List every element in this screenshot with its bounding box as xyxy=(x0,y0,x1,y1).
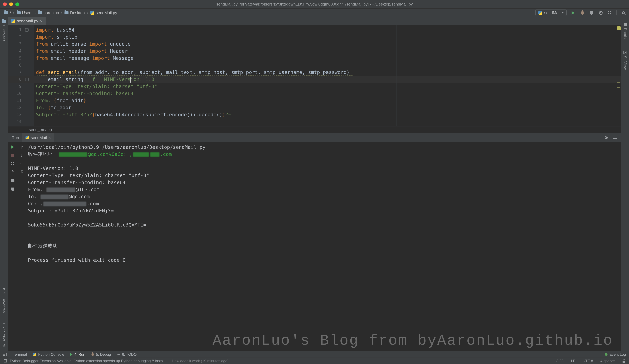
gutter-cell[interactable]: 6 xyxy=(8,62,34,69)
breadcrumb-item[interactable]: Users xyxy=(15,10,34,16)
file-encoding[interactable]: UTF-8 xyxy=(583,359,593,363)
code-line[interactable]: 4from email.header import Header xyxy=(8,48,621,55)
gutter-cell[interactable]: 2 xyxy=(8,33,34,40)
code-line[interactable]: 6 xyxy=(8,62,621,69)
breadcrumb-label: aaronluo xyxy=(43,10,59,15)
line-separator[interactable]: LF xyxy=(571,359,575,363)
run-configuration-selector[interactable]: sendMail ▾ xyxy=(535,9,567,16)
code-line[interactable]: 14 xyxy=(8,118,621,125)
coverage-button[interactable] xyxy=(589,10,594,15)
code-line[interactable]: 12To: {to_addr} xyxy=(8,104,621,111)
grid-dots-icon xyxy=(609,11,609,12)
indent-setting[interactable]: 4 spaces xyxy=(601,359,615,363)
printer-icon xyxy=(11,180,14,182)
tool-button-database[interactable]: Database xyxy=(623,23,627,45)
tool-button-debug[interactable]: 5: Debug xyxy=(91,352,111,357)
zoom-window-button[interactable] xyxy=(15,2,19,6)
close-tab-icon[interactable]: × xyxy=(40,19,42,23)
up-stacktrace-button[interactable]: ↑ xyxy=(19,144,24,150)
inspections-indicator[interactable] xyxy=(617,26,621,30)
stop-button[interactable] xyxy=(10,152,15,158)
tool-button-python-console[interactable]: Python Console xyxy=(33,352,64,357)
pin-icon xyxy=(12,170,13,172)
code-line[interactable]: 8− email_string = f"""MIME-Version: 1.0 xyxy=(8,76,621,83)
gutter-cell[interactable]: 12 xyxy=(8,104,34,111)
editor-scrollbar[interactable] xyxy=(617,25,621,126)
code-line[interactable]: 7def send_email(from_addr, to_addr, subj… xyxy=(8,69,621,76)
line-number: 8 xyxy=(8,76,21,83)
restore-layout-button[interactable] xyxy=(10,161,15,166)
breadcrumb-item[interactable]: / xyxy=(3,10,12,16)
tool-window-switcher-icon[interactable] xyxy=(3,353,7,356)
code-line[interactable]: 1−import base64 xyxy=(8,26,621,33)
breadcrumb-item[interactable]: Desktop xyxy=(63,10,86,16)
code-line[interactable]: 9Content-Type: text/plain; charset="utf-… xyxy=(8,83,621,90)
fold-icon[interactable]: − xyxy=(25,78,28,81)
breadcrumb-function[interactable]: send_email() xyxy=(29,127,52,132)
chart-icon xyxy=(624,51,627,54)
tool-button-terminal[interactable]: Terminal xyxy=(13,352,27,357)
run-tab[interactable]: sendMail × xyxy=(22,133,54,142)
tool-button-favorites[interactable]: ★ 2: Favorites xyxy=(2,286,6,313)
gutter-cell[interactable]: 3 xyxy=(8,40,34,48)
minimize-window-button[interactable] xyxy=(9,2,13,6)
breadcrumb-item[interactable]: sendMail.py xyxy=(89,10,118,16)
gutter-cell[interactable]: 11 xyxy=(8,97,34,104)
fold-icon[interactable]: − xyxy=(25,28,28,32)
status-message[interactable]: Python Debugger Extension Available: Cyt… xyxy=(10,359,164,363)
print-button[interactable] xyxy=(10,177,15,183)
warning-mark[interactable] xyxy=(617,87,620,88)
code-line[interactable]: 5from email.message import Message xyxy=(8,55,621,62)
run-console[interactable]: ↑ ↓ ↩ ↧ /usr/local/bin/python3.9 /Users/… xyxy=(8,142,621,351)
gutter-cell[interactable]: 9 xyxy=(8,83,34,90)
debug-button[interactable] xyxy=(580,10,585,15)
status-hint[interactable]: How does it work (19 minutes ago) xyxy=(172,359,229,363)
line-number: 1 xyxy=(8,26,21,33)
more-run-actions-button[interactable] xyxy=(607,10,613,15)
run-button[interactable] xyxy=(570,10,576,15)
window-title: sendMail.py [/private/var/folders/zy/3hz… xyxy=(0,2,629,6)
console-line: To: @qq.com xyxy=(28,193,621,200)
code-line[interactable]: 3from urllib.parse import unquote xyxy=(8,40,621,48)
close-tab-icon[interactable]: × xyxy=(49,135,51,140)
tool-button-event-log[interactable]: Event Log xyxy=(605,352,626,357)
lock-icon[interactable] xyxy=(623,361,625,363)
pin-tab-button[interactable] xyxy=(10,169,15,175)
soft-wrap-button[interactable]: ↩ xyxy=(19,161,24,166)
tool-button-project[interactable]: 1: Project xyxy=(2,20,6,41)
warning-mark[interactable] xyxy=(617,82,620,83)
caret-position[interactable]: 8:33 xyxy=(556,359,564,363)
down-stacktrace-button[interactable]: ↓ xyxy=(19,152,24,158)
redacted-text xyxy=(133,152,149,157)
profiler-button[interactable] xyxy=(598,10,604,15)
gutter-cell[interactable]: 8− xyxy=(8,76,34,83)
tool-button-run[interactable]: 4: Run xyxy=(70,352,85,357)
code-line[interactable]: 11From: {from_addr} xyxy=(8,97,621,104)
gutter-cell[interactable]: 13 xyxy=(8,111,34,118)
breadcrumb-item[interactable]: aaronluo xyxy=(37,10,60,16)
code-line[interactable]: 10Content-Transfer-Encoding: base64 xyxy=(8,90,621,97)
editor-tab[interactable]: sendMail.py × xyxy=(8,17,46,25)
hide-panel-icon[interactable] xyxy=(613,138,617,139)
gutter-cell[interactable]: 10 xyxy=(8,90,34,97)
gutter-cell[interactable]: 1− xyxy=(8,26,34,33)
gutter-cell[interactable]: 5 xyxy=(8,55,34,62)
watermark: AaronLuo's Blog from byAaronLuo.github.i… xyxy=(212,332,613,349)
rerun-button[interactable] xyxy=(10,144,15,150)
close-window-button[interactable] xyxy=(3,2,7,6)
code-line[interactable]: 2import smtplib xyxy=(8,33,621,40)
tool-button-structure[interactable]: ≡ 7: Structure xyxy=(2,321,6,347)
gutter-cell[interactable]: 7 xyxy=(8,69,34,76)
code-line[interactable]: 13Subject: =?utf-8?b?{base64.b64encode(s… xyxy=(8,111,621,118)
gutter-cell[interactable]: 4 xyxy=(8,48,34,55)
settings-gear-icon[interactable]: ⚙ xyxy=(604,135,609,140)
code-editor[interactable]: 1−import base642import smtplib3from urll… xyxy=(8,25,621,126)
gutter-cell[interactable]: 14 xyxy=(8,118,34,125)
search-everywhere-button[interactable] xyxy=(621,10,626,15)
line-number: 11 xyxy=(8,97,21,104)
scroll-to-end-button[interactable]: ↧ xyxy=(19,169,24,175)
clear-console-button[interactable] xyxy=(10,186,15,191)
tool-button-todo[interactable]: ≡6: TODO xyxy=(117,352,137,357)
tool-button-sciview[interactable]: SciView xyxy=(623,51,627,70)
editor-breadcrumbs: send_email() xyxy=(8,126,621,133)
